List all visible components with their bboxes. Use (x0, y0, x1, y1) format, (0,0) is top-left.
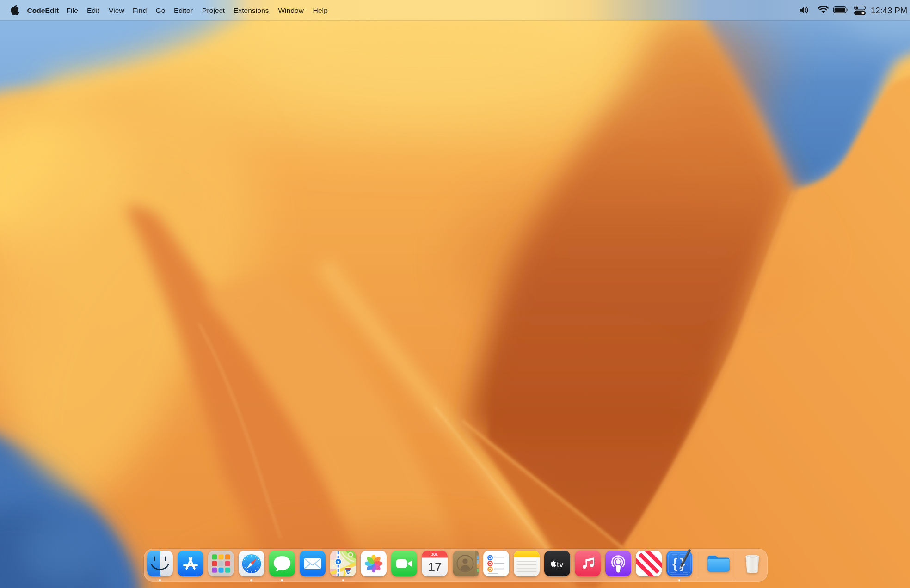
svg-text:17: 17 (428, 560, 442, 574)
svg-text:tv: tv (557, 559, 564, 569)
svg-text:{: { (672, 556, 677, 571)
svg-text:JUL: JUL (431, 552, 438, 557)
svg-text:280: 280 (346, 570, 351, 573)
